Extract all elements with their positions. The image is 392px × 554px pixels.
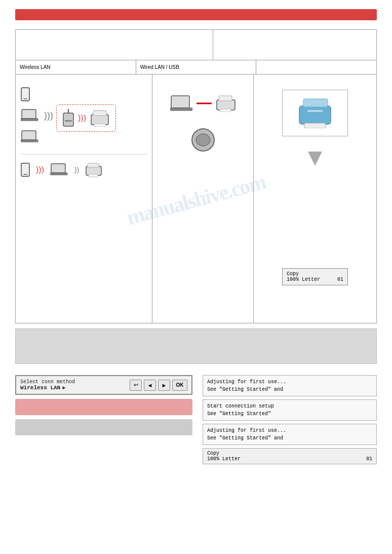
info-box-3-line2: See "Getting Started" and [207,434,372,442]
table-col-wired [152,75,254,323]
svg-rect-9 [91,115,108,125]
lcd-text-block: Select conn method Wireless LAN ► [20,379,127,391]
table-header-left [16,30,213,60]
table-header-right [213,30,376,60]
svg-rect-14 [51,164,65,173]
printer-large-icon [297,98,333,128]
svg-rect-15 [50,173,67,175]
router-icon [63,109,74,127]
svg-rect-16 [86,166,101,175]
left-button[interactable]: ◄ [144,380,156,391]
subheader-wired: Wired LAN / USB [136,60,257,74]
svg-rect-13 [23,174,27,175]
lcd-nav-row: Select conn method Wireless LAN ► ↩ ◄ ► … [15,375,192,395]
svg-rect-22 [217,100,235,110]
printer-icon-small [90,109,109,127]
svg-rect-11 [94,124,105,127]
bottom-lcd-line1: Copy [207,451,372,456]
phone-direct-icon [21,163,30,177]
svg-rect-20 [170,108,192,110]
lcd-line2-text: Wireless LAN [20,385,60,391]
laptop-direct-icon [50,163,68,177]
wireless-group-infra: ))) ))) [21,87,147,144]
table-content-row: ))) ))) [16,75,376,323]
back-button[interactable]: ↩ [130,380,142,391]
table-header-row [16,30,376,60]
info-box-2-line2: See "Getting Started" [207,410,372,418]
lcd-arrow-right: ► [62,385,65,391]
svg-rect-23 [219,96,232,101]
lcd-display-right: Copy 100% Letter 01 [282,268,348,285]
lcd-panel-area: Select conn method Wireless LAN ► ↩ ◄ ► … [15,375,192,464]
printer-direct-icon [85,162,102,177]
wifi-router-icon: ))) [78,114,86,123]
svg-rect-17 [88,163,99,167]
svg-rect-3 [21,119,38,121]
svg-rect-24 [220,109,231,112]
info-panel-area: Adjusting for first use... See "Getting … [203,375,377,464]
gray-option-bar [15,419,192,435]
info-box-1-line2: See "Getting Started" and [207,386,372,393]
svg-rect-2 [22,109,36,119]
bottom-area: Select conn method Wireless LAN ► ↩ ◄ ► … [15,375,377,464]
lcd-line1: Select conn method [20,379,127,385]
red-highlight-bar [15,399,192,415]
dashed-router-box: ))) [56,104,116,132]
table-subheader-row: Wireless LAN Wired LAN / USB [16,60,376,75]
laptop-wired-icon [170,95,192,112]
subheader-empty [256,60,376,74]
lcd-copy-row: 100% Letter 01 [287,277,343,282]
svg-rect-7 [63,113,73,126]
table-col-wireless: ))) ))) [16,75,152,323]
svg-rect-19 [171,96,189,108]
usb-icon [190,127,216,153]
svg-rect-4 [22,131,36,140]
wifi-direct-left-icon: ))) [36,165,44,174]
wired-diagram [170,95,236,154]
phone-icon [21,87,30,101]
bottom-lcd-number: 01 [366,456,372,462]
svg-rect-5 [21,140,38,142]
svg-rect-8 [65,120,72,122]
lcd-copy-size: 100% Letter [287,277,320,282]
info-box-1: Adjusting for first use... See "Getting … [203,375,377,396]
down-arrow [306,152,324,167]
svg-rect-30 [307,110,323,112]
svg-rect-1 [23,98,27,99]
lcd-copy-number: 01 [337,277,343,282]
svg-rect-29 [304,123,326,128]
bottom-lcd-size: 100% Letter [207,456,241,462]
svg-rect-18 [89,174,98,177]
main-table: Wireless LAN Wired LAN / USB [15,29,377,323]
info-box-3-line1: Adjusting for first use... [207,427,372,434]
bottom-lcd-display: Copy 100% Letter 01 [203,448,377,464]
laptop-icon-2 [21,130,39,144]
nav-buttons[interactable]: ↩ ◄ ► OK [130,380,187,391]
col-divider [21,154,147,155]
info-box-3: Adjusting for first use... See "Getting … [203,424,377,445]
ok-button[interactable]: OK [172,380,187,391]
lcd-copy-label: Copy [287,271,343,277]
info-box-1-line1: Adjusting for first use... [207,378,372,386]
bottom-lcd-line2-row: 100% Letter 01 [207,456,372,462]
table-col-right: Copy 100% Letter 01 [254,75,376,323]
svg-rect-28 [303,99,328,107]
printer-wired-icon [216,95,236,112]
cable-icon [197,101,212,105]
gray-section [15,328,377,364]
svg-rect-27 [299,106,331,124]
wifi-left-icon: ))) [44,110,53,121]
svg-point-26 [196,134,210,146]
svg-rect-10 [93,110,106,116]
header-bar [15,9,377,20]
right-button[interactable]: ► [158,380,170,391]
wifi-direct-right-icon: )) [74,166,79,174]
lcd-line2-row: Wireless LAN ► [20,385,127,391]
info-box-2: Start connection setup See "Getting Star… [203,399,377,421]
subheader-wireless: Wireless LAN [16,60,136,74]
info-box-2-line1: Start connection setup [207,402,372,410]
laptop-icon-1 [21,108,39,123]
svg-marker-31 [308,152,322,166]
wireless-direct-group: ))) )) [21,162,147,177]
